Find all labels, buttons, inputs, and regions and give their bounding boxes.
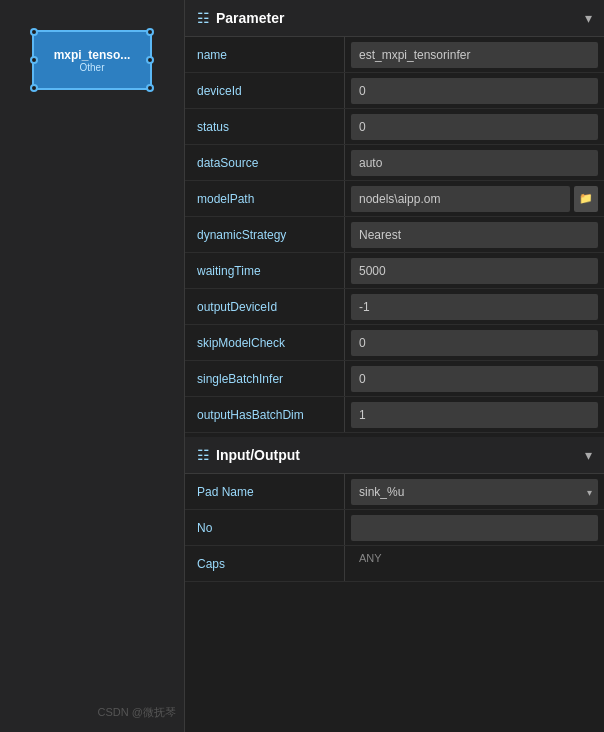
param-section-header: ☷ Parameter ▾: [185, 0, 604, 37]
param-row-deviceId: deviceId: [185, 73, 604, 109]
param-label-status: status: [185, 109, 345, 144]
param-row-singleBatchInfer: singleBatchInfer: [185, 361, 604, 397]
no-row: No: [185, 510, 604, 546]
node-title: mxpi_tenso...: [54, 48, 131, 62]
param-label-name: name: [185, 37, 345, 72]
caps-label: Caps: [185, 546, 345, 581]
param-value-waitingTime: [345, 253, 604, 288]
param-value-status: [345, 109, 604, 144]
param-value-dataSource: [345, 145, 604, 180]
param-value-deviceId: [345, 73, 604, 108]
param-label-waitingTime: waitingTime: [185, 253, 345, 288]
no-input[interactable]: [351, 515, 598, 541]
param-row-dynamicStrategy: dynamicStrategy: [185, 217, 604, 253]
param-input-dataSource[interactable]: [351, 150, 598, 176]
param-row-skipModelCheck: skipModelCheck: [185, 325, 604, 361]
anchor-top-left: [30, 28, 38, 36]
pad-name-select[interactable]: sink_%u: [351, 479, 598, 505]
io-header-left: ☷ Input/Output: [197, 447, 300, 463]
param-label-deviceId: deviceId: [185, 73, 345, 108]
param-value-outputHasBatchDim: [345, 397, 604, 432]
param-input-waitingTime[interactable]: [351, 258, 598, 284]
io-icon: ☷: [197, 447, 210, 463]
param-label-dynamicStrategy: dynamicStrategy: [185, 217, 345, 252]
param-value-name: [345, 37, 604, 72]
param-value-singleBatchInfer: [345, 361, 604, 396]
param-label-modelPath: modelPath: [185, 181, 345, 216]
param-value-modelPath: 📁: [345, 181, 604, 216]
no-label: No: [185, 510, 345, 545]
param-row-name: name: [185, 37, 604, 73]
param-input-outputHasBatchDim[interactable]: [351, 402, 598, 428]
param-row-waitingTime: waitingTime: [185, 253, 604, 289]
param-row-modelPath: modelPath📁: [185, 181, 604, 217]
right-panel: ☷ Parameter ▾ namedeviceIdstatusdataSour…: [185, 0, 604, 732]
pad-name-label: Pad Name: [185, 474, 345, 509]
anchor-bottom-right: [146, 84, 154, 92]
node-box[interactable]: mxpi_tenso... Other: [32, 30, 152, 90]
pad-name-row: Pad Name sink_%u ▾: [185, 474, 604, 510]
browse-button-modelPath[interactable]: 📁: [574, 186, 598, 212]
param-input-modelPath[interactable]: [351, 186, 570, 212]
param-section-title: Parameter: [216, 10, 285, 26]
anchor-top-right: [146, 28, 154, 36]
param-input-status[interactable]: [351, 114, 598, 140]
canvas-panel: mxpi_tenso... Other CSDN @微抚琴: [0, 0, 185, 732]
param-row-status: status: [185, 109, 604, 145]
param-label-dataSource: dataSource: [185, 145, 345, 180]
param-input-singleBatchInfer[interactable]: [351, 366, 598, 392]
param-icon: ☷: [197, 10, 210, 26]
node-inner[interactable]: mxpi_tenso... Other: [32, 30, 152, 90]
io-chevron-icon[interactable]: ▾: [585, 447, 592, 463]
param-row-dataSource: dataSource: [185, 145, 604, 181]
io-section-title: Input/Output: [216, 447, 300, 463]
node-subtitle: Other: [79, 62, 104, 73]
param-input-browse-wrapper-modelPath: 📁: [351, 186, 598, 212]
param-header-left: ☷ Parameter: [197, 10, 285, 26]
param-row-outputHasBatchDim: outputHasBatchDim: [185, 397, 604, 433]
watermark-text: CSDN @微抚琴: [98, 705, 176, 720]
param-chevron-icon[interactable]: ▾: [585, 10, 592, 26]
caps-any-tag: ANY: [351, 550, 390, 566]
anchor-mid-left: [30, 56, 38, 64]
param-value-dynamicStrategy: [345, 217, 604, 252]
pad-name-select-wrapper: sink_%u ▾: [351, 479, 598, 505]
param-rows-container: namedeviceIdstatusdataSourcemodelPath📁dy…: [185, 37, 604, 433]
caps-value-cell: ANY: [345, 546, 604, 581]
param-label-skipModelCheck: skipModelCheck: [185, 325, 345, 360]
param-input-outputDeviceId[interactable]: [351, 294, 598, 320]
param-input-name[interactable]: [351, 42, 598, 68]
anchor-bottom-left: [30, 84, 38, 92]
param-label-outputDeviceId: outputDeviceId: [185, 289, 345, 324]
anchor-mid-right: [146, 56, 154, 64]
param-input-dynamicStrategy[interactable]: [351, 222, 598, 248]
param-value-outputDeviceId: [345, 289, 604, 324]
caps-row: Caps ANY: [185, 546, 604, 582]
param-input-skipModelCheck[interactable]: [351, 330, 598, 356]
param-label-outputHasBatchDim: outputHasBatchDim: [185, 397, 345, 432]
param-input-deviceId[interactable]: [351, 78, 598, 104]
pad-name-value-cell: sink_%u ▾: [345, 474, 604, 509]
param-value-skipModelCheck: [345, 325, 604, 360]
param-label-singleBatchInfer: singleBatchInfer: [185, 361, 345, 396]
no-value-cell: [345, 510, 604, 545]
param-row-outputDeviceId: outputDeviceId: [185, 289, 604, 325]
io-section-header: ☷ Input/Output ▾: [185, 437, 604, 474]
